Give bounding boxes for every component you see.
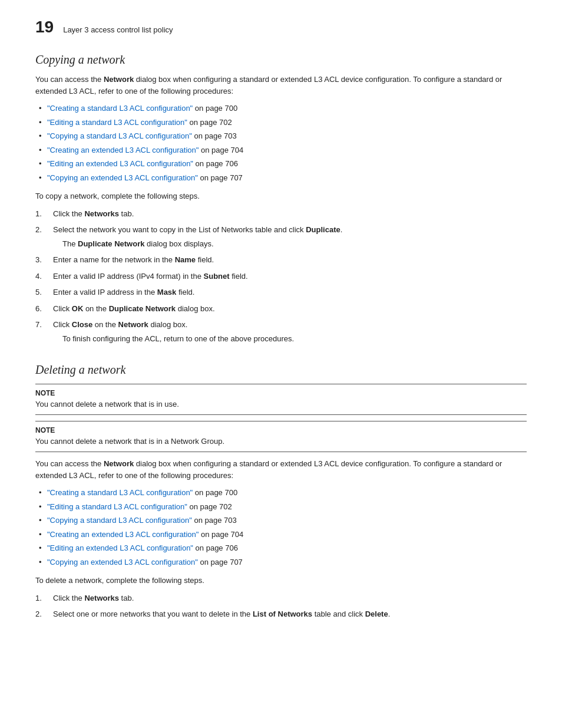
step-num: 3. <box>35 254 47 266</box>
step-num: 7. <box>35 319 47 344</box>
step-2: 2. Select the network you want to copy i… <box>35 224 527 249</box>
link-creating-extended-2[interactable]: "Creating an extended L3 ACL configurati… <box>47 530 199 539</box>
copying-links-list: "Creating a standard L3 ACL configuratio… <box>35 103 527 183</box>
list-item: "Editing a standard L3 ACL configuration… <box>35 117 527 129</box>
step-num: 5. <box>35 286 47 298</box>
note-label-2: NOTE <box>35 426 527 434</box>
link-copying-standard[interactable]: "Copying a standard L3 ACL configuration… <box>47 131 192 140</box>
link-editing-extended[interactable]: "Editing an extended L3 ACL configuratio… <box>47 159 193 168</box>
deleting-intro-text: You can access the Network dialog box wh… <box>35 459 502 480</box>
sub-step: The Duplicate Network dialog box display… <box>53 238 527 250</box>
deleting-section: Deleting a network NOTE You cannot delet… <box>35 363 527 620</box>
chapter-title: Layer 3 access control list policy <box>63 25 173 34</box>
link-creating-standard[interactable]: "Creating a standard L3 ACL configuratio… <box>47 104 193 113</box>
deleting-links-list: "Creating a standard L3 ACL configuratio… <box>35 487 527 568</box>
step-5: 5. Enter a valid IP address in the Mask … <box>35 286 527 298</box>
copying-heading: Copying a network <box>35 53 527 67</box>
link-creating-standard-2[interactable]: "Creating a standard L3 ACL configuratio… <box>47 488 193 497</box>
step-num: 6. <box>35 303 47 315</box>
step-content: Click Close on the Network dialog box. T… <box>53 319 527 344</box>
list-item: "Copying a standard L3 ACL configuration… <box>35 515 527 526</box>
step-content: Click the Networks tab. <box>53 208 527 220</box>
link-copying-extended[interactable]: "Copying an extended L3 ACL configuratio… <box>47 173 198 182</box>
step-1: 1. Click the Networks tab. <box>35 208 527 220</box>
list-item: "Creating an extended L3 ACL configurati… <box>35 144 527 156</box>
copying-intro-text: You can access the Network dialog box wh… <box>35 75 502 95</box>
sub-step: To finish configuring the ACL, return to… <box>53 333 527 345</box>
step-num: 1. <box>35 592 47 604</box>
list-item: "Creating a standard L3 ACL configuratio… <box>35 103 527 114</box>
note-box-1: NOTE You cannot delete a network that is… <box>35 384 527 415</box>
note-text-1: You cannot delete a network that is in u… <box>35 399 527 410</box>
chapter-number: 19 <box>35 18 54 37</box>
step-content: Enter a valid IP address in the Mask fie… <box>53 286 527 298</box>
step-6: 6. Click OK on the Duplicate Network dia… <box>35 303 527 315</box>
list-item: "Editing a standard L3 ACL configuration… <box>35 501 527 513</box>
copying-section: Copying a network You can access the Net… <box>35 53 527 344</box>
step-3: 3. Enter a name for the network in the N… <box>35 254 527 266</box>
note-label-1: NOTE <box>35 389 527 397</box>
step-content: Enter a valid IP address (IPv4 format) i… <box>53 271 527 282</box>
page-header: 19 Layer 3 access control list policy <box>35 18 527 37</box>
note-box-2: NOTE You cannot delete a network that is… <box>35 421 527 452</box>
list-item: "Creating a standard L3 ACL configuratio… <box>35 487 527 499</box>
step-1: 1. Click the Networks tab. <box>35 592 527 604</box>
step-num: 1. <box>35 208 47 220</box>
link-editing-standard[interactable]: "Editing a standard L3 ACL configuration… <box>47 118 187 127</box>
link-creating-extended[interactable]: "Creating an extended L3 ACL configurati… <box>47 146 199 154</box>
step-4: 4. Enter a valid IP address (IPv4 format… <box>35 271 527 282</box>
deleting-heading: Deleting a network <box>35 363 527 377</box>
step-content: Click the Networks tab. <box>53 592 527 604</box>
step-content: Select the network you want to copy in t… <box>53 224 527 249</box>
deleting-steps-intro: To delete a network, complete the follow… <box>35 575 527 587</box>
link-editing-standard-2[interactable]: "Editing a standard L3 ACL configuration… <box>47 502 187 511</box>
step-2: 2. Select one or more networks that you … <box>35 608 527 620</box>
list-item: "Copying a standard L3 ACL configuration… <box>35 130 527 142</box>
link-copying-extended-2[interactable]: "Copying an extended L3 ACL configuratio… <box>47 558 198 566</box>
list-item: "Copying an extended L3 ACL configuratio… <box>35 556 527 568</box>
list-item: "Creating an extended L3 ACL configurati… <box>35 529 527 541</box>
deleting-steps: 1. Click the Networks tab. 2. Select one… <box>35 592 527 620</box>
step-num: 4. <box>35 271 47 282</box>
list-item: "Editing an extended L3 ACL configuratio… <box>35 542 527 554</box>
copying-steps-intro: To copy a network, complete the followin… <box>35 190 527 202</box>
list-item: "Editing an extended L3 ACL configuratio… <box>35 158 527 170</box>
list-item: "Copying an extended L3 ACL configuratio… <box>35 172 527 184</box>
step-content: Click OK on the Duplicate Network dialog… <box>53 303 527 315</box>
deleting-intro: You can access the Network dialog box wh… <box>35 458 527 481</box>
step-num: 2. <box>35 608 47 620</box>
copying-intro: You can access the Network dialog box wh… <box>35 74 527 97</box>
link-copying-standard-2[interactable]: "Copying a standard L3 ACL configuration… <box>47 516 192 525</box>
step-7: 7. Click Close on the Network dialog box… <box>35 319 527 344</box>
step-content: Enter a name for the network in the Name… <box>53 254 527 266</box>
step-num: 2. <box>35 224 47 249</box>
note-text-2: You cannot delete a network that is in a… <box>35 436 527 447</box>
copying-steps: 1. Click the Networks tab. 2. Select the… <box>35 208 527 345</box>
step-content: Select one or more networks that you wan… <box>53 608 527 620</box>
link-editing-extended-2[interactable]: "Editing an extended L3 ACL configuratio… <box>47 543 193 552</box>
